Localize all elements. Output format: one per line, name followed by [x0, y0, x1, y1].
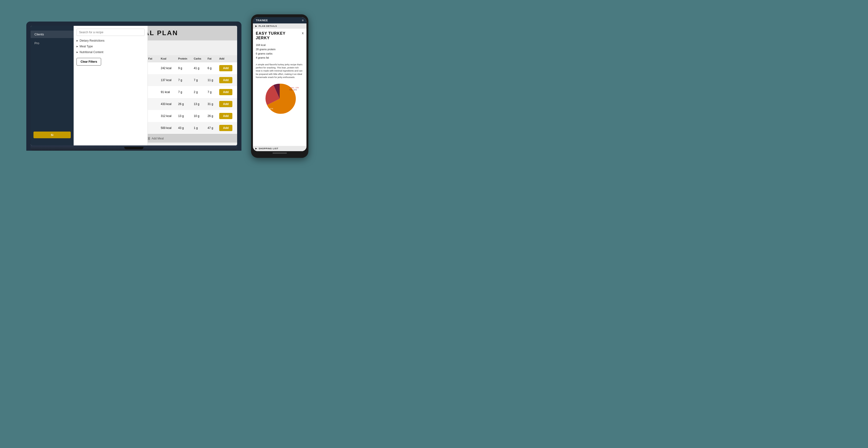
cell-protein: 13 g: [176, 110, 191, 122]
laptop-notch: [124, 147, 144, 149]
add-button[interactable]: Add: [219, 77, 232, 83]
protein-label: Protein - 67%: [263, 108, 273, 110]
col-fat: Fat: [205, 55, 217, 62]
app-name: TRAINEE: [256, 19, 268, 22]
filter-nutritional[interactable]: ▶ Nutritional Content: [76, 49, 145, 55]
col-add: Add: [217, 55, 237, 62]
laptop: Clients Pro Si MEAL PLAN ▶: [26, 22, 242, 151]
sidebar-item-clients[interactable]: Clients: [31, 31, 74, 38]
phone: TRAINEE ≡ ▶ PLAN DETAILS EASY TURKEY JER…: [251, 14, 308, 158]
add-button[interactable]: Add: [219, 65, 232, 71]
cell-carbs: 7 g: [191, 74, 205, 86]
cell-protein: 26 g: [176, 98, 191, 110]
phone-body: TRAINEE ≡ ▶ PLAN DETAILS EASY TURKEY JER…: [251, 14, 308, 158]
filter-section: ▶ Dietary Restrictions ▶ Meal Type ▶ Nut…: [76, 38, 145, 55]
cell-carbs: 10 g: [191, 110, 205, 122]
cell-protein: 7 g: [176, 86, 191, 98]
fat-label: Fat - 21%: [289, 89, 299, 91]
cell-kcal: 433 kcal: [158, 98, 176, 110]
carbs-value: 6 grams carbs: [256, 52, 304, 56]
carbs-label: Carbs - 12%: [289, 87, 299, 89]
cell-kcal: 137 kcal: [158, 74, 176, 86]
phone-status-bar: TRAINEE ≡: [253, 17, 307, 24]
recipe-header: EASY TURKEY JERKY x: [256, 31, 304, 40]
cell-fat: 47 g: [205, 122, 217, 134]
cell-fat: 26 g: [205, 110, 217, 122]
plan-details-bar[interactable]: ▶ PLAN DETAILS: [253, 24, 307, 29]
phone-recipe-content: EASY TURKEY JERKY x 168 kcal 28 grams pr…: [253, 29, 307, 146]
add-meal-label: Add Meal: [152, 137, 164, 140]
cell-carbs: 1 g: [191, 122, 205, 134]
shopping-list-bar[interactable]: ▶ SHOPPING LIST: [253, 146, 307, 151]
sidebar-item-profile[interactable]: Pro: [31, 39, 74, 47]
chevron-right-icon: ▶: [76, 51, 78, 53]
add-button[interactable]: Add: [219, 101, 232, 107]
main-content: MEAL PLAN ▶ Dietary Restrictions ▶ Meal …: [74, 26, 237, 145]
cell-kcal: 242 kcal: [158, 62, 176, 74]
menu-icon[interactable]: ≡: [302, 19, 304, 22]
macros-section: 168 kcal 28 grams protein 6 grams carbs …: [256, 43, 304, 60]
laptop-base: [31, 145, 237, 151]
laptop-screen: Clients Pro Si MEAL PLAN ▶: [31, 26, 237, 145]
filter-mealtype[interactable]: ▶ Meal Type: [76, 43, 145, 49]
plan-details-label: PLAN DETAILS: [259, 25, 277, 27]
col-protein: Protein: [176, 55, 191, 62]
close-button[interactable]: x: [302, 31, 304, 35]
recipe-description: A simple and flavorful turkey jerky reci…: [256, 63, 304, 79]
cell-add: Add: [217, 74, 237, 86]
cell-kcal: 312 kcal: [158, 110, 176, 122]
clear-filters-button[interactable]: Clear Filters: [76, 58, 101, 65]
cell-protein: 43 g: [176, 122, 191, 134]
cell-protein: 7 g: [176, 74, 191, 86]
cell-fat: 31 g: [205, 98, 217, 110]
col-carbs: Carbs: [191, 55, 205, 62]
sidebar: Clients Pro Si: [31, 26, 74, 145]
recipe-search-panel: ▶ Dietary Restrictions ▶ Meal Type ▶ Nut…: [74, 26, 148, 145]
chevron-right-icon: ▶: [76, 45, 78, 48]
home-indicator: [273, 153, 287, 154]
phone-screen: TRAINEE ≡ ▶ PLAN DETAILS EASY TURKEY JER…: [253, 17, 307, 151]
play-icon: ▶: [255, 147, 257, 150]
filter-label: Nutritional Content: [80, 51, 103, 54]
cell-kcal: 500 kcal: [158, 122, 176, 134]
chart-labels: Carbs - 12% Fat - 21%: [289, 87, 299, 91]
recipe-title: EASY TURKEY JERKY: [256, 31, 301, 40]
laptop-body: Clients Pro Si MEAL PLAN ▶: [26, 22, 242, 151]
protein-value: 28 grams protein: [256, 47, 304, 52]
filter-dietary[interactable]: ▶ Dietary Restrictions: [76, 38, 145, 43]
cell-add: Add: [217, 98, 237, 110]
phone-home-bar: [253, 151, 307, 155]
search-input[interactable]: [76, 29, 145, 36]
cell-add: Add: [217, 86, 237, 98]
filter-label: Dietary Restrictions: [80, 39, 104, 42]
cell-fat: 11 g: [205, 74, 217, 86]
cell-carbs: 41 g: [191, 62, 205, 74]
play-icon: ▶: [255, 25, 257, 27]
cell-kcal: 91 kcal: [158, 86, 176, 98]
col-kcal: Kcal: [158, 55, 176, 62]
cell-carbs: 13 g: [191, 98, 205, 110]
fat-value: 4 grams fat: [256, 56, 304, 60]
kcal-value: 168 kcal: [256, 43, 304, 47]
shopping-list-label: SHOPPING LIST: [259, 147, 279, 150]
nutrition-chart: Carbs - 12% Fat - 21% Protein - 67%: [256, 82, 304, 116]
add-button[interactable]: Add: [219, 113, 232, 119]
sign-in-button[interactable]: Si: [33, 131, 71, 138]
add-button[interactable]: Add: [219, 125, 232, 131]
cell-fat: 6 g: [205, 62, 217, 74]
add-button[interactable]: Add: [219, 89, 232, 95]
cell-add: Add: [217, 110, 237, 122]
cell-add: Add: [217, 62, 237, 74]
filter-label: Meal Type: [80, 45, 93, 48]
cell-add: Add: [217, 122, 237, 134]
chevron-right-icon: ▶: [76, 39, 78, 42]
cell-fat: 7 g: [205, 86, 217, 98]
cell-protein: 9 g: [176, 62, 191, 74]
cell-carbs: 2 g: [191, 86, 205, 98]
